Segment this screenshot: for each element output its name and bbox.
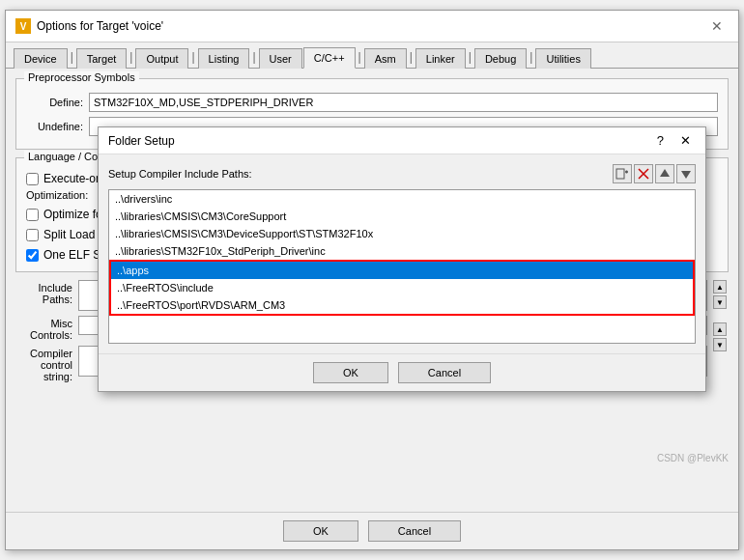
list-item[interactable]: ..\libraries\STM32F10x_StdPeriph_Driver\… [109,242,695,260]
tab-bar: Device | Target | Output | Listing | Use… [6,42,738,69]
tab-sep-2: | [128,46,134,68]
red-border-group: ..\apps ..\FreeRTOS\include ..\FreeRTOS\… [109,260,695,316]
folder-dialog: Folder Setup ? ✕ Setup Compiler Include … [98,126,706,392]
folder-down-button[interactable] [676,164,696,183]
list-item[interactable]: ..\libraries\CMSIS\CM3\CoreSupport [109,208,695,225]
list-item-selected[interactable]: ..\apps [111,262,693,279]
tab-target[interactable]: Target [76,48,128,69]
window-close-button[interactable]: ✕ [705,16,729,36]
tab-cpp[interactable]: C/C++ [303,47,356,69]
folder-dialog-controls: ? ✕ [657,132,696,149]
svg-rect-0 [616,169,624,179]
tab-user[interactable]: User [259,48,302,69]
folder-close-button[interactable]: ✕ [675,132,696,149]
folder-dialog-title-bar: Folder Setup ? ✕ [99,127,705,154]
svg-marker-5 [660,169,670,177]
tab-sep-1: | [69,46,75,68]
list-item[interactable]: ..\FreeRTOS\include [111,279,693,296]
folder-new-button[interactable] [613,164,632,183]
main-footer: OK Cancel [6,512,738,549]
tab-sep-5: | [357,46,363,68]
list-item[interactable]: ..\libraries\CMSIS\CM3\DeviceSupport\ST\… [109,225,695,242]
main-ok-button[interactable]: OK [283,520,358,542]
tab-sep-4: | [250,46,257,68]
tab-sep-7: | [467,46,473,68]
tab-utilities[interactable]: Utilities [535,48,590,69]
folder-dialog-title: Folder Setup [108,134,175,148]
folder-help-button[interactable]: ? [657,133,664,148]
title-bar: V Options for Target 'voice' ✕ [6,11,738,42]
list-item[interactable]: ..\drivers\inc [109,190,695,208]
tab-output[interactable]: Output [135,48,188,69]
folder-header-label: Setup Compiler Include Paths: [108,168,252,180]
folder-dialog-footer: OK Cancel [99,353,705,391]
folder-dialog-overlay: Folder Setup ? ✕ Setup Compiler Include … [6,69,738,512]
folder-dialog-content: Setup Compiler Include Paths: [99,154,705,353]
folder-list: ..\drivers\inc ..\libraries\CMSIS\CM3\Co… [108,189,696,344]
tab-linker[interactable]: Linker [415,48,466,69]
folder-up-button[interactable] [655,164,674,183]
tab-sep-8: | [528,46,534,68]
svg-marker-6 [681,171,691,179]
folder-cancel-button[interactable]: Cancel [398,362,491,383]
main-cancel-button[interactable]: Cancel [368,520,461,542]
tab-asm[interactable]: Asm [364,48,407,69]
window-title: Options for Target 'voice' [37,19,163,33]
folder-ok-button[interactable]: OK [313,362,388,383]
folder-delete-button[interactable] [634,164,653,183]
main-window: V Options for Target 'voice' ✕ Device | … [5,10,739,550]
tab-sep-6: | [408,46,415,68]
tab-sep-3: | [189,46,196,68]
folder-header-row: Setup Compiler Include Paths: [108,164,696,183]
title-bar-left: V Options for Target 'voice' [15,18,163,34]
folder-toolbar [613,164,696,183]
main-content: Preprocessor Symbols Define: Undefine: L… [6,69,738,512]
tab-listing[interactable]: Listing [198,48,250,69]
app-icon: V [15,18,31,34]
list-item[interactable]: ..\FreeRTOS\port\RVDS\ARM_CM3 [111,296,693,314]
tab-debug[interactable]: Debug [474,48,527,69]
tab-device[interactable]: Device [14,48,68,69]
